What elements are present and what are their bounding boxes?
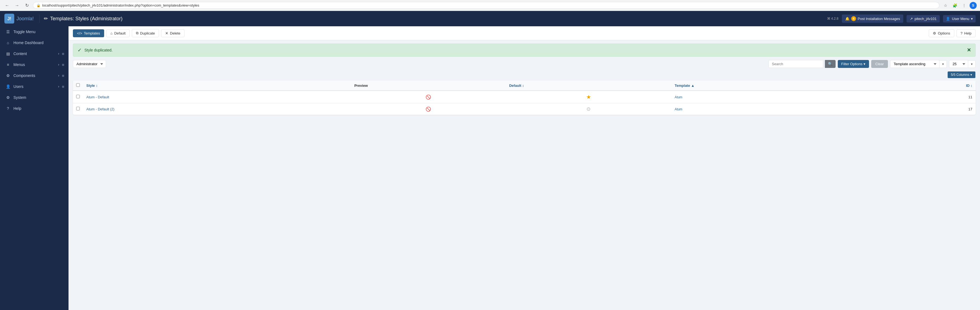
default-button[interactable]: ⌂ Default xyxy=(106,29,130,37)
options-button[interactable]: ⚙ Options xyxy=(929,29,954,37)
style-name-link[interactable]: Atum - Default xyxy=(86,95,109,99)
delete-button[interactable]: ✕ Delete xyxy=(161,29,185,37)
table-row: Atum - Default (2) 🚫 ⊙ Atum 17 xyxy=(73,103,975,115)
default-label: Default xyxy=(114,31,126,35)
template-sort-link[interactable]: Template ▲ xyxy=(675,84,695,87)
components-grid-icon: ⊞ xyxy=(62,74,64,77)
columns-button-wrapper: 5/5 Columns ▾ xyxy=(947,71,975,78)
post-installation-button[interactable]: 🔔 4 Post Installation Messages xyxy=(842,14,904,23)
toolbar: </> Templates ⌂ Default ⧉ Duplicate ✕ De… xyxy=(68,26,980,40)
browser-chrome: ← → ↻ 🔒 localhost/support/pitech/pitech_… xyxy=(0,0,980,11)
sidebar-item-menus[interactable]: ≡ Menus › ⊞ xyxy=(0,59,68,70)
preview-cell: 🚫 xyxy=(351,103,506,115)
sidebar-item-label: Help xyxy=(13,106,21,111)
users-icon: 👤 xyxy=(5,84,11,89)
admin-filter-select[interactable]: Administrator Site xyxy=(73,60,106,68)
site-label: pitech_j4v101 xyxy=(915,17,936,21)
sidebar-item-home-dashboard[interactable]: ⌂ Home Dashboard xyxy=(0,37,68,48)
extensions-button[interactable]: 🧩 xyxy=(951,2,959,9)
row-checkbox[interactable] xyxy=(76,95,80,98)
star-icon[interactable]: ★ xyxy=(586,94,591,100)
browser-back-button[interactable]: ← xyxy=(3,2,11,9)
bookmark-button[interactable]: ☆ xyxy=(942,2,949,9)
columns-button[interactable]: 5/5 Columns ▾ xyxy=(947,71,975,78)
site-link-button[interactable]: ↗ pitech_j4v101 xyxy=(907,15,940,22)
search-button[interactable]: 🔍 xyxy=(825,60,835,68)
default-cell: ⊙ xyxy=(506,103,671,115)
search-input[interactable] xyxy=(768,60,823,68)
filter-options-label: Filter Options xyxy=(841,62,862,66)
sidebar-item-users[interactable]: 👤 Users › ⊞ xyxy=(0,81,68,92)
per-page-wrapper: 25 50 100 ▾ xyxy=(949,60,975,68)
sort-arrow-button[interactable]: ▾ xyxy=(939,60,947,68)
sidebar-item-content[interactable]: ▤ Content › ⊞ xyxy=(0,48,68,59)
sort-select[interactable]: Template ascending Template descending S… xyxy=(890,60,939,68)
notification-badge: 4 xyxy=(851,16,856,21)
bell-icon: 🔔 xyxy=(845,17,850,21)
default-sort-link[interactable]: Default ↕ xyxy=(509,84,524,87)
columns-label: 5/5 Columns xyxy=(951,73,969,77)
radio-icon[interactable]: ⊙ xyxy=(587,106,590,112)
browser-refresh-button[interactable]: ↻ xyxy=(23,2,31,9)
address-bar[interactable]: 🔒 localhost/support/pitech/pitech_j4v101… xyxy=(33,2,939,9)
sidebar-item-system[interactable]: ⚙ System xyxy=(0,92,68,103)
filter-options-button[interactable]: Filter Options ▾ xyxy=(838,60,869,68)
delete-icon: ✕ xyxy=(165,31,168,35)
sidebar-item-toggle-menu[interactable]: ☰ Toggle Menu xyxy=(0,26,68,37)
template-name-cell: Atum xyxy=(671,91,876,103)
options-label: Options xyxy=(938,31,950,35)
menus-grid-icon: ⊞ xyxy=(62,63,64,66)
style-sort-link[interactable]: Style ↕ xyxy=(86,84,97,87)
title-icon: ✏ xyxy=(44,16,48,22)
sidebar-item-components[interactable]: ⚙ Components › ⊞ xyxy=(0,70,68,81)
template-column-header[interactable]: Template ▲ xyxy=(671,81,876,91)
topbar-right: ⌘ 4.2.8 🔔 4 Post Installation Messages ↗… xyxy=(827,14,975,23)
post-installation-label: Post Installation Messages xyxy=(858,17,900,21)
row-checkbox[interactable] xyxy=(76,107,80,110)
sidebar: ☰ Toggle Menu ⌂ Home Dashboard ▤ Content… xyxy=(0,26,68,310)
template-name-link[interactable]: Atum xyxy=(675,95,682,99)
id-column-header[interactable]: ID ↕ xyxy=(876,81,975,91)
browser-menu-button[interactable]: ⋮ xyxy=(960,2,968,9)
question-icon: ? xyxy=(961,31,963,35)
select-all-header xyxy=(73,81,83,91)
preview-column-header: Preview xyxy=(351,81,506,91)
content-icon: ▤ xyxy=(5,51,11,56)
content-area: </> Templates ⌂ Default ⧉ Duplicate ✕ De… xyxy=(68,26,980,310)
template-name-link[interactable]: Atum xyxy=(675,107,682,111)
browser-forward-button[interactable]: → xyxy=(13,2,21,9)
style-name-link[interactable]: Atum - Default (2) xyxy=(86,107,115,111)
sidebar-item-label: System xyxy=(13,95,26,100)
templates-button[interactable]: </> Templates xyxy=(73,29,104,37)
id-sort-link[interactable]: ID ↕ xyxy=(966,84,972,87)
id-cell: 17 xyxy=(876,103,975,115)
main-layout: ☰ Toggle Menu ⌂ Home Dashboard ▤ Content… xyxy=(0,26,980,310)
clear-button[interactable]: Clear xyxy=(871,60,888,68)
address-url: localhost/support/pitech/pitech_j4v101/a… xyxy=(42,3,199,7)
chevron-right-icon: › xyxy=(58,63,59,67)
menus-icon: ≡ xyxy=(5,62,11,67)
app-container: J! Joomla! ✏ Templates: Styles (Administ… xyxy=(0,11,980,310)
success-alert: ✓ Style duplicated. ✕ xyxy=(73,43,975,57)
help-button[interactable]: ? Help xyxy=(956,29,975,37)
duplicate-button[interactable]: ⧉ Duplicate xyxy=(132,29,159,37)
style-column-header[interactable]: Style ↕ xyxy=(83,81,351,91)
filter-bar: Administrator Site 🔍 Filter Options ▾ Cl… xyxy=(68,60,980,71)
row-checkbox-cell xyxy=(73,91,83,103)
gear-icon: ⚙ xyxy=(933,31,936,35)
sidebar-item-help[interactable]: ? Help xyxy=(0,103,68,114)
eye-slash-icon: 🚫 xyxy=(426,95,431,99)
default-column-header[interactable]: Default ↕ xyxy=(506,81,671,91)
lock-icon: 🔒 xyxy=(37,3,41,7)
chevron-right-icon: › xyxy=(58,52,59,56)
select-all-checkbox[interactable] xyxy=(76,83,80,87)
alert-close-button[interactable]: ✕ xyxy=(967,47,971,53)
chevron-right-icon: › xyxy=(58,74,59,78)
sidebar-item-label: Toggle Menu xyxy=(13,30,35,34)
per-page-arrow-button[interactable]: ▾ xyxy=(968,60,975,68)
title-text: Templates: Styles (Administrator) xyxy=(50,16,123,22)
joomla-logo: J! Joomla! xyxy=(5,14,34,24)
content-grid-icon: ⊞ xyxy=(62,52,64,55)
per-page-select[interactable]: 25 50 100 xyxy=(949,60,968,68)
user-menu-button[interactable]: 👤 User Menu ▾ xyxy=(943,15,975,22)
